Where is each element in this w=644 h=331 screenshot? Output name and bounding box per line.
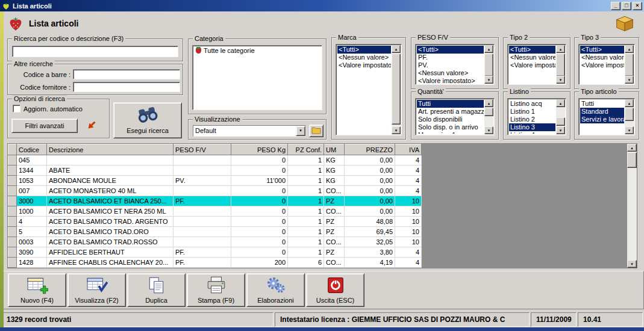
visualizza-button[interactable]: Visualizza (F2) <box>67 273 126 307</box>
elaborazioni-button[interactable]: Elaborazioni <box>246 273 305 307</box>
tipo-articolo-scrollbar[interactable]: ▲▼ <box>625 99 634 134</box>
scroll-thumb[interactable] <box>484 54 493 76</box>
list-option[interactable]: Art. presenti a magazzino <box>417 108 484 116</box>
list-option[interactable]: Solo disp. o in arrivo <box>417 123 484 131</box>
list-option[interactable]: <Nessun valore> <box>580 54 624 61</box>
column-header[interactable]: PESO Kg <box>231 144 288 155</box>
scroll-down-button[interactable]: ▼ <box>392 126 401 134</box>
list-option[interactable]: <Valore impostato> <box>417 77 484 83</box>
scroll-down-button[interactable]: ▼ <box>556 76 565 84</box>
table-row[interactable]: 1053ABONDANCE MOULEPV.11'0001KG0,004 <box>8 176 422 186</box>
list-option[interactable]: Listino 1 <box>509 108 555 116</box>
row-selector[interactable] <box>8 258 17 268</box>
list-option[interactable]: PF. <box>417 54 484 61</box>
scroll-thumb[interactable] <box>484 108 493 116</box>
tipo2-scrollbar[interactable]: ▲▼ <box>556 45 565 84</box>
peso-fv-scrollbar[interactable]: ▲▼ <box>484 45 493 84</box>
supplier-code-input[interactable] <box>73 82 180 92</box>
row-selector[interactable] <box>8 155 17 166</box>
table-row[interactable]: 3090AFFIDELICE BERTHAUTPF.01PZ3,804 <box>8 247 422 258</box>
dropdown-arrow-button[interactable]: ▼ <box>296 126 305 136</box>
scroll-up-button[interactable]: ▲ <box>625 99 634 107</box>
table-row[interactable]: 112AGNOLOTTI ALLE NOCI01KG0,0010 <box>8 268 422 269</box>
table-row[interactable]: 3000ACETO BALSAMICO ET BIANCA 250...PF.0… <box>8 196 422 206</box>
list-option[interactable]: Tutti <box>417 100 484 108</box>
row-selector[interactable] <box>8 206 17 217</box>
list-option[interactable]: <Tutti> <box>580 46 624 54</box>
list-option[interactable]: Servizi e lavorazioni <box>580 116 624 123</box>
list-option[interactable]: <Tutti> <box>337 46 391 54</box>
row-selector[interactable] <box>8 186 17 196</box>
column-header[interactable]: Descrizione <box>47 144 174 155</box>
list-option[interactable]: Tutti <box>580 100 624 108</box>
list-option[interactable]: <Nessun valore> <box>417 69 484 77</box>
row-selector[interactable] <box>8 196 17 206</box>
row-selector[interactable] <box>8 237 17 247</box>
list-option[interactable]: Listino acq <box>509 100 555 108</box>
quantita-scrollbar[interactable]: ▲▼ <box>484 99 493 134</box>
scroll-down-button[interactable]: ▼ <box>556 126 565 134</box>
stampa-button[interactable]: Stampa (F9) <box>187 273 245 307</box>
uscita-button[interactable]: Uscita (ESC) <box>306 273 364 307</box>
scroll-thumb[interactable] <box>625 54 634 76</box>
list-option[interactable]: Listino 3 <box>509 123 555 131</box>
row-selector[interactable] <box>8 268 17 269</box>
barcode-input[interactable] <box>73 69 180 79</box>
scroll-up-button[interactable]: ▲ <box>556 99 565 107</box>
nuovo-button[interactable]: Nuovo (F4) <box>8 273 66 307</box>
peso-fv-listbox[interactable]: <Tutti>PF.PV.<Nessun valore><Valore impo… <box>415 44 495 85</box>
row-selector[interactable] <box>8 227 17 237</box>
listino-listbox[interactable]: Listino acqListino 1Listino 2Listino 3Li… <box>507 98 566 135</box>
search-input[interactable] <box>12 46 178 57</box>
listino-scrollbar[interactable]: ▲▼ <box>556 99 565 134</box>
scroll-up-button[interactable]: ▲ <box>392 45 401 53</box>
row-selector[interactable] <box>8 247 17 258</box>
visualizzazione-combo[interactable]: Default ▼ <box>193 125 306 137</box>
column-header[interactable]: PREZZO <box>345 144 395 155</box>
scroll-thumb[interactable] <box>625 108 634 121</box>
list-option[interactable]: <Valore impostato> <box>337 61 391 69</box>
quantita-listbox[interactable]: TuttiArt. presenti a magazzinoSolo dispo… <box>415 98 495 135</box>
list-option[interactable]: Standard <box>580 108 624 116</box>
advanced-filters-button[interactable]: Filtri avanzati <box>11 119 78 133</box>
package-icon[interactable] <box>615 14 634 33</box>
tipo-articolo-listbox[interactable]: TuttiStandardServizi e lavorazioni ▲▼ <box>578 98 635 135</box>
articles-table[interactable]: CodiceDescrizionePESO F/VPESO KgPZ Conf.… <box>8 144 422 268</box>
list-option[interactable]: Listino 4 <box>509 131 555 134</box>
tipo3-listbox[interactable]: <Tutti><Nessun valore><Valore impostato>… <box>578 44 635 85</box>
scroll-up-button[interactable]: ▲ <box>627 144 637 152</box>
table-row[interactable]: 007ACETO MONASTERO 40 ML01CO...0,004 <box>8 186 422 196</box>
table-row[interactable]: 04501KG0,004 <box>8 155 422 166</box>
scroll-down-button[interactable]: ▼ <box>484 76 493 84</box>
list-option[interactable]: <Tutti> <box>417 46 484 54</box>
tipo2-listbox[interactable]: <Tutti><Nessun valore><Valore impostato>… <box>507 44 566 85</box>
execute-search-button[interactable]: Esegui ricerca <box>113 102 182 138</box>
scroll-up-button[interactable]: ▲ <box>484 45 493 53</box>
list-option[interactable]: <Nessun valore> <box>337 54 391 61</box>
row-selector[interactable] <box>8 176 17 186</box>
table-row[interactable]: 5ACETO BALSAMICO TRAD.ORO01PZ69,4510 <box>8 227 422 237</box>
table-row[interactable]: 1344ABATE01KG0,004 <box>8 166 422 176</box>
list-option[interactable]: <Nessun valore> <box>509 54 555 61</box>
list-option[interactable]: <Tutti> <box>509 46 555 54</box>
scroll-down-button[interactable]: ▼ <box>625 126 634 134</box>
list-option[interactable]: <Valore impostato> <box>580 61 624 69</box>
table-row[interactable]: 1428AFFINEE CHABLIS CHALENCHAY 20...PF.2… <box>8 258 422 268</box>
scroll-up-button[interactable]: ▲ <box>625 45 634 53</box>
marca-listbox[interactable]: <Tutti><Nessun valore><Valore impostato>… <box>336 44 402 135</box>
scroll-thumb[interactable] <box>556 117 565 126</box>
table-row[interactable]: 1000ACETO BALSAMICO ET NERA 250 ML01CO..… <box>8 206 422 217</box>
column-header[interactable]: IVA <box>395 144 422 155</box>
duplica-button[interactable]: Duplica <box>127 273 186 307</box>
list-option[interactable]: Tutte le categorie <box>194 47 320 55</box>
scroll-thumb[interactable] <box>556 54 565 76</box>
auto-update-checkbox[interactable] <box>13 105 20 113</box>
tipo3-scrollbar[interactable]: ▲▼ <box>625 45 634 84</box>
grid-scrollbar[interactable]: ▲▼ <box>627 144 637 268</box>
table-row[interactable]: 0003ACETO BALSAMICO TRAD.ROSSO01CO...32,… <box>8 237 422 247</box>
list-option[interactable]: PV. <box>417 61 484 69</box>
column-header[interactable]: UM <box>324 144 345 155</box>
scroll-thumb[interactable] <box>627 152 637 168</box>
open-view-button[interactable] <box>309 125 324 137</box>
minimize-button[interactable]: _ <box>611 2 621 10</box>
